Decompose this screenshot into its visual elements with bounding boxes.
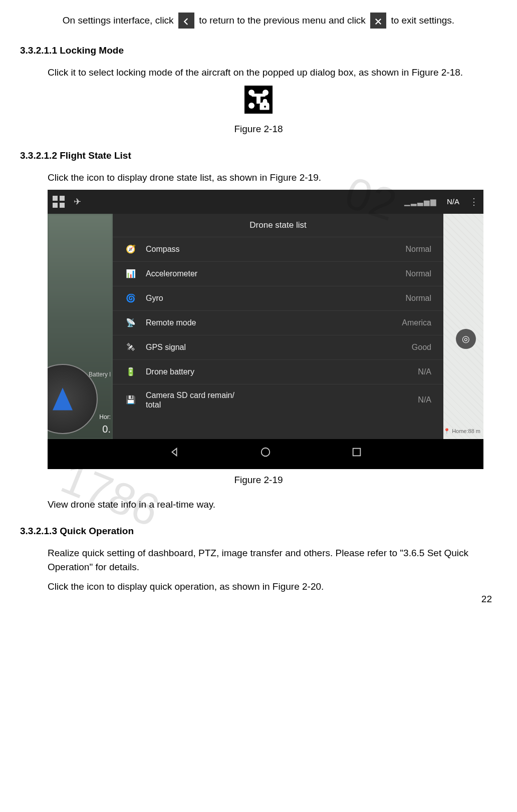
nav-home-icon[interactable] <box>260 447 271 462</box>
home-distance: 📍Home:88 m <box>443 427 480 436</box>
svg-point-5 <box>264 106 266 108</box>
row-accelerometer[interactable]: 📊 Accelerometer Normal <box>113 261 443 286</box>
nav-recent-icon[interactable] <box>351 447 362 462</box>
drone-state-panel: Drone state list 🧭 Compass Normal 📊 Acce… <box>113 214 443 439</box>
row-drone-battery[interactable]: 🔋 Drone battery N/A <box>113 359 443 384</box>
compass-row-icon: 🧭 <box>125 243 137 255</box>
row-compass[interactable]: 🧭 Compass Normal <box>113 237 443 261</box>
screenshot-status-bar: ✈ ▁▂▃▅▆ N/A ⋮ <box>48 190 483 214</box>
row-value: Normal <box>405 268 431 280</box>
row-value: N/A <box>418 394 431 406</box>
row-gyro[interactable]: 🌀 Gyro Normal <box>113 286 443 310</box>
svg-point-3 <box>263 90 269 96</box>
intro-text-2: to return to the previous menu and click <box>199 15 368 26</box>
signal-bars-icon: ▁▂▃▅▆ <box>404 196 437 208</box>
row-value: N/A <box>418 366 431 378</box>
row-value: Good <box>412 341 431 353</box>
svg-point-4 <box>248 103 254 109</box>
row-remote-mode[interactable]: 📡 Remote mode America <box>113 310 443 335</box>
locate-icon[interactable]: ◎ <box>456 329 476 349</box>
intro-paragraph: On settings interface, click to return t… <box>20 13 497 29</box>
page-number: 22 <box>481 592 492 607</box>
row-value: America <box>402 317 431 329</box>
row-label: Compass <box>146 244 405 254</box>
dashboard-icon[interactable] <box>53 196 65 208</box>
row-value: Normal <box>405 292 431 304</box>
svg-rect-7 <box>353 449 361 456</box>
flight-state-body: Click the icon to display drone state li… <box>20 171 497 185</box>
row-label: GPS signal <box>146 342 412 352</box>
battery-row-icon: 🔋 <box>125 366 137 378</box>
aircraft-icon[interactable]: ✈ <box>74 195 81 209</box>
top-na-value: N/A <box>447 196 459 208</box>
intro-text-3: to exit settings. <box>391 15 454 26</box>
battery-label: Battery l <box>89 370 111 379</box>
horizontal-readout: Hor:0. <box>99 413 111 437</box>
gps-row-icon: 🛰 <box>125 341 137 353</box>
sd-card-row-icon: 💾 <box>125 394 137 406</box>
gyro-row-icon: 🌀 <box>125 292 137 304</box>
locking-mode-body: Click it to select locking mode of the a… <box>20 66 497 80</box>
back-icon <box>178 13 194 29</box>
intro-text-1: On settings interface, click <box>63 15 176 26</box>
remote-row-icon: 📡 <box>125 317 137 329</box>
panel-title: Drone state list <box>113 214 443 237</box>
heading-quick-operation: 3.3.2.1.3 Quick Operation <box>20 524 497 539</box>
accelerometer-row-icon: 📊 <box>125 268 137 280</box>
figure-2-19-caption: Figure 2-19 <box>20 473 497 488</box>
row-label: Accelerometer <box>146 269 405 278</box>
row-label: Drone battery <box>146 367 418 376</box>
more-icon[interactable]: ⋮ <box>469 195 478 209</box>
row-label: Gyro <box>146 293 405 303</box>
svg-point-6 <box>262 448 270 457</box>
locking-mode-icon <box>244 86 273 114</box>
quick-operation-body-1: Realize quick setting of dashboard, PTZ,… <box>20 546 497 575</box>
svg-point-2 <box>248 90 254 96</box>
android-nav-bar <box>48 439 483 469</box>
figure-2-18-caption: Figure 2-18 <box>20 122 497 137</box>
flight-state-after: View drone state info in a real-time way… <box>20 498 497 512</box>
screenshot-video-feed: Battery l Hor:0. <box>48 214 113 439</box>
heading-locking-mode: 3.3.2.1.1 Locking Mode <box>20 44 497 58</box>
close-icon <box>370 13 386 29</box>
heading-flight-state-list: 3.3.2.1.2 Flight State List <box>20 149 497 163</box>
row-sd-card[interactable]: 💾 Camera SD card remain/ total N/A <box>113 384 443 416</box>
row-value: Normal <box>405 243 431 255</box>
quick-operation-body-2: Click the icon to display quick operatio… <box>20 580 497 594</box>
row-gps-signal[interactable]: 🛰 GPS signal Good <box>113 335 443 359</box>
drone-state-screenshot: ✈ ▁▂▃▅▆ N/A ⋮ Battery l Hor:0. Drone sta… <box>48 190 483 469</box>
row-label: Camera SD card remain/ total <box>146 390 418 410</box>
screenshot-map-strip: ◎ 📍Home:88 m <box>443 214 483 439</box>
svg-rect-1 <box>256 97 261 104</box>
nav-back-icon[interactable] <box>169 447 180 462</box>
row-label: Remote mode <box>146 318 402 327</box>
